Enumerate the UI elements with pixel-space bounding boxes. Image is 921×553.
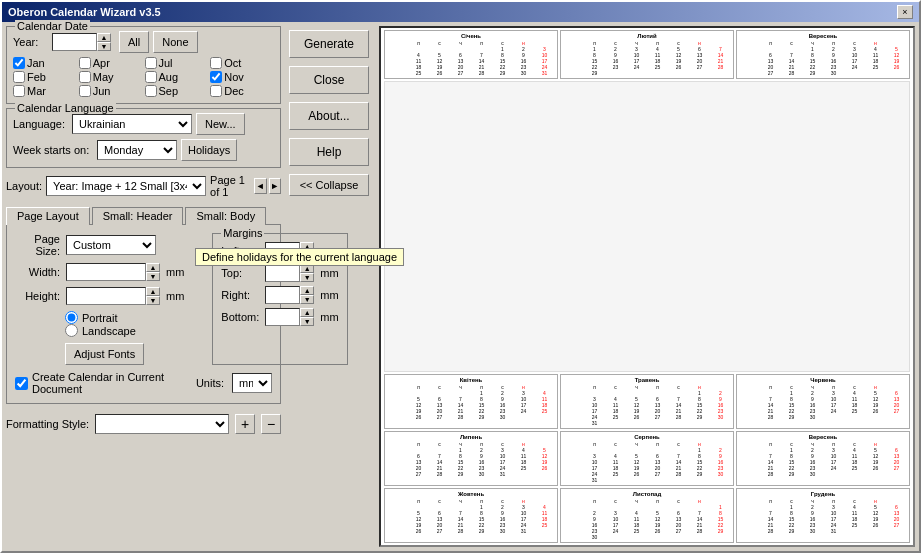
feb-checkbox[interactable] (13, 71, 25, 83)
height-down-btn[interactable]: ▼ (146, 296, 160, 305)
sep-label: Sep (159, 85, 179, 97)
jun-checkbox[interactable] (79, 85, 91, 97)
close-btn[interactable]: Close (289, 66, 369, 94)
left-margin-input-group: 10 ▲ ▼ (265, 242, 314, 260)
right-up-btn[interactable]: ▲ (300, 286, 314, 295)
month-sep: Sep (145, 85, 209, 97)
bottom-margin-input[interactable]: 10 (265, 308, 300, 326)
right-down-btn[interactable]: ▼ (300, 295, 314, 304)
page-prev-btn[interactable]: ◄ (254, 178, 266, 194)
new-button[interactable]: New... (196, 113, 245, 135)
page-size-row: Page Size: Custom (15, 233, 184, 257)
apr-checkbox[interactable] (79, 57, 91, 69)
may-checkbox[interactable] (79, 71, 91, 83)
may-label: May (93, 71, 114, 83)
help-button[interactable]: Help (289, 138, 369, 166)
month-feb: Feb (13, 71, 77, 83)
portrait-radio[interactable] (65, 311, 78, 324)
height-mm: mm (166, 290, 184, 302)
calendar-date-group: Calendar Date Year: 2012 ▲ ▼ All None (6, 26, 281, 104)
mar-checkbox[interactable] (13, 85, 25, 97)
year-up-btn[interactable]: ▲ (97, 33, 111, 42)
holidays-button[interactable]: Holidays (181, 139, 237, 161)
main-window: Oberon Calendar Wizard v3.5 × Calendar D… (0, 0, 921, 553)
calendar-language-group: Calendar Language Language: Ukrainian Ne… (6, 108, 281, 168)
width-row: Width: 250 ▲ ▼ mm (15, 263, 184, 281)
all-button[interactable]: All (119, 31, 149, 53)
create-calendar-checkbox[interactable] (15, 377, 28, 390)
left-up-btn[interactable]: ▲ (300, 242, 314, 251)
left-margin-input[interactable]: 10 (265, 242, 300, 260)
month-dec: Dec (210, 85, 274, 97)
dec-checkbox[interactable] (210, 85, 222, 97)
calendar-preview: Січеньпсчпсн1234567891011121314151617181… (381, 28, 913, 545)
sep-checkbox[interactable] (145, 85, 157, 97)
year-input[interactable]: 2012 (52, 33, 97, 51)
add-formatting-button[interactable]: + (235, 414, 255, 434)
close-button[interactable]: × (897, 5, 913, 19)
left-down-btn[interactable]: ▼ (300, 251, 314, 260)
left-tab-content: Page Size: Custom Width: 250 (15, 233, 184, 365)
jun-label: Jun (93, 85, 111, 97)
portrait-radio-item: Portrait (65, 311, 184, 324)
adjust-fonts-row: Adjust Fonts (65, 343, 184, 365)
top-up-btn[interactable]: ▲ (300, 264, 314, 273)
width-up-btn[interactable]: ▲ (146, 263, 160, 272)
width-label: Width: (15, 266, 60, 278)
height-up-btn[interactable]: ▲ (146, 287, 160, 296)
collapse-button[interactable]: << Collapse (289, 174, 369, 196)
page-size-select[interactable]: Custom (66, 235, 156, 255)
top-margin-input-group: 10 ▲ ▼ (265, 264, 314, 282)
week-select[interactable]: Monday (97, 140, 177, 160)
bottom-down-btn[interactable]: ▼ (300, 317, 314, 326)
height-input[interactable]: 380 (66, 287, 146, 305)
remove-formatting-button[interactable]: − (261, 414, 281, 434)
tab-small-header[interactable]: Small: Header (92, 207, 184, 225)
dec-label: Dec (224, 85, 244, 97)
formatting-label: Formatting Style: (6, 418, 89, 430)
top-down-btn[interactable]: ▼ (300, 273, 314, 282)
generate-button[interactable]: Generate (289, 30, 369, 58)
jul-label: Jul (159, 57, 173, 69)
jan-checkbox[interactable] (13, 57, 25, 69)
language-row: Language: Ukrainian New... (13, 113, 274, 135)
about-button[interactable]: About... (289, 102, 369, 130)
year-row: Year: 2012 ▲ ▼ All None (13, 31, 274, 53)
top-margin-input[interactable]: 10 (265, 264, 300, 282)
tab-small-body[interactable]: Small: Body (185, 207, 266, 225)
bottom-mm: mm (320, 311, 338, 323)
month-aug: Aug (145, 71, 209, 83)
calendar-preview-panel: Січеньпсчпсн1234567891011121314151617181… (379, 26, 915, 547)
bottom-margin-row: Bottom: 10 ▲ ▼ mm (221, 308, 338, 326)
format-row: Formatting Style: + − (6, 414, 281, 434)
right-margin-label: Right: (221, 289, 261, 301)
top-margin-label: Top: (221, 267, 261, 279)
language-select[interactable]: Ukrainian (72, 114, 192, 134)
page-next-btn[interactable]: ► (269, 178, 281, 194)
width-mm: mm (166, 266, 184, 278)
width-input[interactable]: 250 (66, 263, 146, 281)
right-margin-input[interactable]: 10 (265, 286, 300, 304)
width-down-btn[interactable]: ▼ (146, 272, 160, 281)
month-jan: Jan (13, 57, 77, 69)
month-mar: Mar (13, 85, 77, 97)
landscape-label: Landscape (82, 325, 136, 337)
tab-page-layout[interactable]: Page Layout (6, 207, 90, 225)
layout-select[interactable]: Year: Image + 12 Small [3x4] (46, 176, 206, 196)
calendar-date-label: Calendar Date (15, 20, 90, 32)
aug-checkbox[interactable] (145, 71, 157, 83)
left-panel: Calendar Date Year: 2012 ▲ ▼ All None (6, 26, 281, 547)
nov-checkbox[interactable] (210, 71, 222, 83)
formatting-select[interactable] (95, 414, 229, 434)
year-down-btn[interactable]: ▼ (97, 42, 111, 51)
bottom-up-btn[interactable]: ▲ (300, 308, 314, 317)
adjust-fonts-button[interactable]: Adjust Fonts (65, 343, 144, 365)
none-button[interactable]: None (153, 31, 197, 53)
landscape-radio[interactable] (65, 324, 78, 337)
month-apr: Apr (79, 57, 143, 69)
jul-checkbox[interactable] (145, 57, 157, 69)
page-info: Page 1 of 1 (210, 174, 252, 198)
units-select[interactable]: mm (232, 373, 272, 393)
oct-checkbox[interactable] (210, 57, 222, 69)
width-input-group: 250 ▲ ▼ (66, 263, 160, 281)
